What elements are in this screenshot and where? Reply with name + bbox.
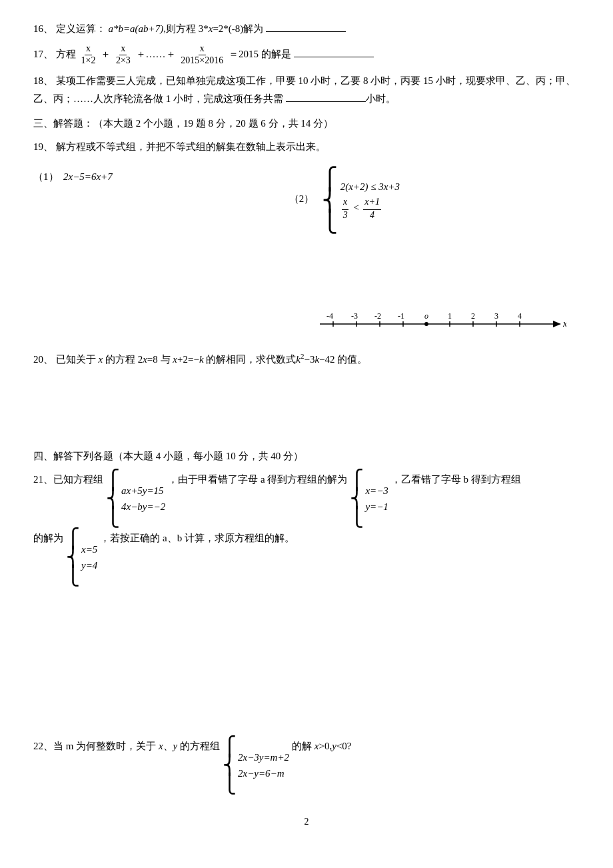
p21-s1-eq2: 4x−by=−2 bbox=[121, 499, 165, 515]
p21-sol1-eq2: y=−1 bbox=[365, 499, 388, 515]
svg-text:-3: -3 bbox=[351, 311, 358, 321]
svg-text:-2: -2 bbox=[374, 311, 381, 321]
p21-sol1-eq1: x=−3 bbox=[365, 483, 388, 499]
p20-text: 已知关于 x 的方程 2x=8 与 x+2=−k 的解相同，求代数式k2−3k−… bbox=[56, 354, 368, 365]
p21-text3: ，乙看错了字母 b 得到方程组 bbox=[391, 471, 521, 489]
problem-19-subcols: （1） 2x−5=6x+7 （2） ⎧⎨⎩ 2(x+2) ≤ 3x+3 x 3 bbox=[33, 163, 580, 237]
svg-text:1: 1 bbox=[448, 311, 452, 321]
p22-line: 22、 当 m 为何整数时，关于 x、y 的方程组 ⎧⎨⎩ 2x−3y=m+2 … bbox=[33, 737, 580, 793]
p16-formula: a*b=a(ab+7),则方程 3*x=2*(-8)解为 bbox=[109, 23, 346, 34]
p17-frac3: x 2015×2016 bbox=[179, 43, 225, 67]
p21-solution2: ⎧⎨⎩ x=5 y=4 bbox=[66, 529, 97, 585]
p16-label: 16、 bbox=[33, 23, 53, 34]
p19-2-eq1: 2(x+2) ≤ 3x+3 bbox=[340, 179, 400, 195]
svg-text:-1: -1 bbox=[398, 311, 404, 321]
p16-blank bbox=[266, 31, 346, 32]
problem-20: 20、 已知关于 x 的方程 2x=8 与 x+2=−k 的解相同，求代数式k2… bbox=[33, 350, 580, 369]
p18-label: 18、 bbox=[33, 75, 53, 86]
p22-eq2: 2x−y=6−m bbox=[238, 765, 289, 781]
problem-22: 22、 当 m 为何整数时，关于 x、y 的方程组 ⎧⎨⎩ 2x−3y=m+2 … bbox=[33, 737, 580, 793]
p21-brace2-icon: ⎧⎨⎩ bbox=[350, 471, 364, 527]
p19-col-right: （2） ⎧⎨⎩ 2(x+2) ≤ 3x+3 x 3 < x+1 bbox=[289, 163, 580, 237]
page: 16、 定义运算： a*b=a(ab+7),则方程 3*x=2*(-8)解为 1… bbox=[33, 20, 580, 830]
problem-19: 19、 解方程或不等式组，并把不等式组的解集在数轴上表示出来。 bbox=[33, 138, 580, 156]
brace-left-icon: ⎧⎨⎩ bbox=[322, 168, 338, 232]
p21-line2: 的解为 ⎧⎨⎩ x=5 y=4 ，若按正确的 a、b 计算，求原方程组的解。 bbox=[33, 529, 580, 585]
p19-2-eq2: x 3 < x+1 4 bbox=[340, 195, 400, 221]
page-number: 2 bbox=[33, 813, 580, 830]
frac-x3: x 3 bbox=[342, 195, 349, 221]
p21-brace3-icon: ⎧⎨⎩ bbox=[66, 529, 80, 585]
p19-2: （2） ⎧⎨⎩ 2(x+2) ≤ 3x+3 x 3 < x+1 bbox=[289, 168, 580, 232]
p22-text: 当 m 为何整数时，关于 x、y 的方程组 bbox=[53, 737, 220, 755]
p21-line1: 21、 已知方程组 ⎧⎨⎩ ax+5y=15 4x−by=−2 ，由于甲看错了字… bbox=[33, 471, 580, 527]
problem-18: 18、 某项工作需要三人完成，已知单独完成这项工作，甲要 10 小时，乙要 8 … bbox=[33, 72, 580, 108]
p16-text1: 定义运算： bbox=[56, 23, 106, 34]
svg-text:4: 4 bbox=[518, 311, 522, 321]
p17-frac1: x 1×2 bbox=[80, 43, 97, 67]
p22-eq1: 2x−3y=m+2 bbox=[238, 749, 289, 765]
p22-system: ⎧⎨⎩ 2x−3y=m+2 2x−y=6−m bbox=[223, 737, 289, 793]
p21-sol1-eqs: x=−3 y=−1 bbox=[365, 483, 388, 515]
p21-text4: ，若按正确的 a、b 计算，求原方程组的解。 bbox=[100, 529, 295, 547]
section-4-title: 四、解答下列各题（本大题 4 小题，每小题 10 分，共 40 分） bbox=[33, 447, 580, 465]
svg-text:o: o bbox=[424, 311, 428, 321]
p22-label: 22、 bbox=[33, 737, 53, 755]
p17-text: 方程 x 1×2 ＋ x 2×3 ＋……＋ x 2015×2016 ＝2015 … bbox=[56, 49, 374, 59]
p22-brace-icon: ⎧⎨⎩ bbox=[223, 737, 237, 793]
svg-text:x: x bbox=[562, 319, 566, 329]
p20-answer-space bbox=[33, 374, 580, 441]
p19-2-equations: 2(x+2) ≤ 3x+3 x 3 < x+1 4 bbox=[340, 179, 400, 221]
p19-label: 19、 bbox=[33, 141, 53, 152]
p18-text: 某项工作需要三人完成，已知单独完成这项工作，甲要 10 小时，乙要 8 小时，丙… bbox=[33, 75, 576, 104]
p21-solution1: ⎧⎨⎩ x=−3 y=−1 bbox=[350, 471, 388, 527]
p21-answer-space bbox=[33, 591, 580, 737]
svg-text:-4: -4 bbox=[326, 311, 333, 321]
number-line-wrap: -4 -3 -2 -1 o 1 2 3 4 x bbox=[313, 311, 566, 343]
problem-21: 21、 已知方程组 ⎧⎨⎩ ax+5y=15 4x−by=−2 ，由于甲看错了字… bbox=[33, 471, 580, 585]
p18-blank bbox=[286, 101, 366, 102]
p21-system1: ⎧⎨⎩ ax+5y=15 4x−by=−2 bbox=[106, 471, 165, 527]
p21-sol2-eq1: x=5 bbox=[81, 541, 97, 557]
p19-1: （1） 2x−5=6x+7 bbox=[33, 168, 276, 186]
p17-blank bbox=[294, 57, 374, 57]
problem-17: 17、 方程 x 1×2 ＋ x 2×3 ＋……＋ x 2015×2016 ＝2… bbox=[33, 43, 580, 67]
section-3-title: 三、解答题：（本大题 2 个小题，19 题 8 分，20 题 6 分，共 14 … bbox=[33, 115, 580, 133]
svg-text:2: 2 bbox=[471, 311, 475, 321]
svg-point-6 bbox=[424, 322, 428, 326]
frac-x1-4: x+1 4 bbox=[363, 195, 381, 221]
p21-s1-eq1: ax+5y=15 bbox=[121, 483, 165, 499]
p19-2-system: ⎧⎨⎩ 2(x+2) ≤ 3x+3 x 3 < x+1 4 bbox=[322, 168, 400, 232]
p21-sol2-eq2: y=4 bbox=[81, 557, 97, 573]
p21-label: 21、 bbox=[33, 471, 53, 489]
p21-prefix: 的解为 bbox=[33, 529, 63, 547]
p19-answer-space bbox=[33, 244, 580, 297]
p22-eqs: 2x−3y=m+2 2x−y=6−m bbox=[238, 749, 289, 781]
p21-system1-eqs: ax+5y=15 4x−by=−2 bbox=[121, 483, 165, 515]
p22-suffix: 的解 x>0,y<0? bbox=[292, 737, 351, 755]
p20-label: 20、 bbox=[33, 354, 53, 365]
p19-1-equation: 2x−5=6x+7 bbox=[63, 171, 113, 182]
p21-text1: 已知方程组 bbox=[53, 471, 103, 489]
p19-text: 解方程或不等式组，并把不等式组的解集在数轴上表示出来。 bbox=[56, 141, 326, 152]
problem-16: 16、 定义运算： a*b=a(ab+7),则方程 3*x=2*(-8)解为 bbox=[33, 20, 580, 38]
number-line-container: -4 -3 -2 -1 o 1 2 3 4 x bbox=[33, 311, 580, 343]
p21-brace1-icon: ⎧⎨⎩ bbox=[106, 471, 120, 527]
number-line-svg: -4 -3 -2 -1 o 1 2 3 4 x bbox=[313, 311, 566, 337]
p19-col-left: （1） 2x−5=6x+7 bbox=[33, 163, 276, 237]
p17-frac2: x 2×3 bbox=[115, 43, 132, 67]
p17-label: 17、 bbox=[33, 49, 53, 59]
p21-sol2-eqs: x=5 y=4 bbox=[81, 541, 97, 573]
p21-text2: ，由于甲看错了字母 a 得到方程组的解为 bbox=[168, 471, 347, 489]
svg-marker-1 bbox=[553, 321, 561, 327]
p19-2-label: （2） bbox=[289, 193, 316, 204]
p19-1-label: （1） bbox=[33, 171, 61, 182]
svg-text:3: 3 bbox=[494, 311, 498, 321]
